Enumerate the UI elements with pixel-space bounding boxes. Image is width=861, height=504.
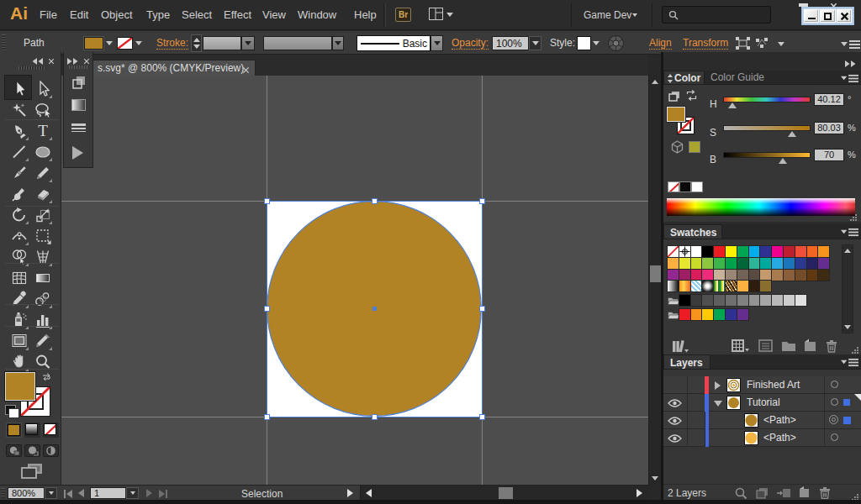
svg-text:T: T — [38, 123, 48, 139]
